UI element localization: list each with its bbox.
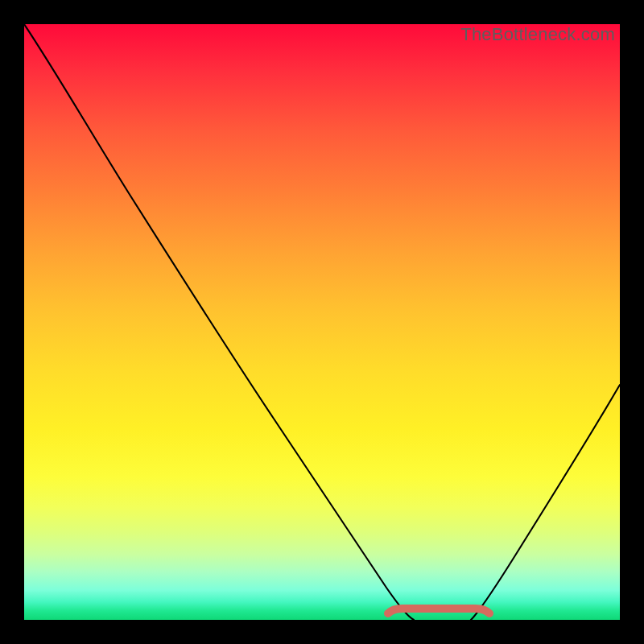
bottleneck-curve-left (24, 24, 414, 620)
optimal-band-marker (388, 609, 489, 613)
watermark-text: TheBottleneck.com (460, 24, 615, 45)
chart-frame: TheBottleneck.com (12, 12, 632, 632)
curves-svg (24, 24, 620, 620)
plot-area: TheBottleneck.com (24, 24, 620, 620)
bottleneck-curve-right (471, 385, 620, 620)
